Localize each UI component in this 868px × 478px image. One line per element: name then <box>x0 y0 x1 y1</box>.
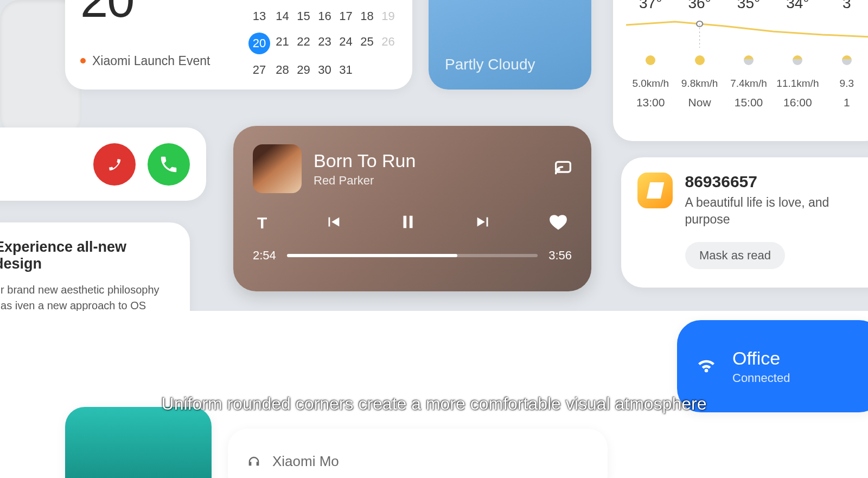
heart-icon <box>549 213 567 231</box>
calendar-month-grid[interactable]: 6789101112131415161718192021222324252627… <box>248 0 397 80</box>
forecast-temperature-line <box>626 15 868 48</box>
photo-widget[interactable] <box>65 407 212 478</box>
calendar-day[interactable]: 20 <box>248 33 270 54</box>
wifi-network-name: Office <box>732 348 790 369</box>
cast-icon <box>554 159 572 176</box>
notification-body: A beautiful life is love, and purpose <box>685 194 868 228</box>
forecast-wind: 11.1km/h <box>773 78 822 90</box>
weather-forecast-widget[interactable]: 37°36°35°34°3 5.0km/h9.8km/h7.4km/h11.1k… <box>613 0 868 141</box>
calendar-widget[interactable]: 20 Xiaomi Launch Event 67891011121314151… <box>65 0 412 90</box>
calendar-day[interactable]: 15 <box>295 7 312 26</box>
forecast-condition-icon <box>773 55 822 68</box>
svg-rect-3 <box>404 216 407 228</box>
calendar-day[interactable]: 7 <box>273 0 291 1</box>
calendar-day[interactable]: 24 <box>337 33 355 55</box>
calendar-day[interactable]: 26 <box>379 33 397 55</box>
cast-button[interactable] <box>554 159 572 179</box>
seek-bar[interactable] <box>287 254 538 257</box>
forecast-temp: 35° <box>724 0 773 12</box>
weather-condition-text: Partly Cloudy <box>445 56 535 73</box>
calendar-event[interactable]: Xiaomi Launch Event <box>80 54 248 68</box>
notification-card[interactable]: 86936657 A beautiful life is love, and p… <box>621 157 868 288</box>
forecast-temp: 36° <box>675 0 724 12</box>
forecast-wind: 5.0km/h <box>626 78 675 90</box>
calendar-day[interactable] <box>379 61 397 80</box>
calendar-day[interactable] <box>358 61 376 80</box>
forecast-time: 16:00 <box>773 96 822 109</box>
pause-icon <box>399 213 417 231</box>
wifi-icon <box>695 354 717 378</box>
forecast-wind: 7.4km/h <box>724 78 773 90</box>
calendar-day[interactable]: 17 <box>337 7 355 26</box>
accept-call-button[interactable] <box>148 143 190 186</box>
next-track-button[interactable] <box>474 213 493 233</box>
calendar-day-number: 20 <box>80 0 248 22</box>
song-title: Born To Run <box>314 150 416 171</box>
dialog-title: Experience all-new design <box>0 239 174 272</box>
skip-next-icon <box>474 213 493 231</box>
mark-as-read-button[interactable]: Mask as read <box>685 242 785 269</box>
audio-output-card[interactable]: Xiaomi Mo <box>228 429 608 478</box>
calendar-day[interactable]: 10 <box>337 0 355 1</box>
play-pause-button[interactable] <box>399 213 417 233</box>
calendar-day[interactable]: 25 <box>358 33 376 55</box>
lyrics-button[interactable]: T <box>257 214 267 232</box>
forecast-time: Now <box>675 96 724 109</box>
favorite-button[interactable] <box>549 213 567 233</box>
previous-track-button[interactable] <box>324 213 342 233</box>
notes-app-icon <box>637 173 673 208</box>
forecast-condition-icon <box>822 55 868 68</box>
forecast-wind: 9.8km/h <box>675 78 724 90</box>
forecast-temp: 37° <box>626 0 675 12</box>
wifi-status: Connected <box>732 371 790 385</box>
notification-title: 86936657 <box>685 173 868 191</box>
event-dot-icon <box>80 58 86 63</box>
decline-call-button[interactable] <box>93 143 136 186</box>
calendar-day[interactable]: 31 <box>337 61 355 80</box>
calendar-day[interactable]: 30 <box>316 61 334 80</box>
event-title: Xiaomi Launch Event <box>92 54 210 68</box>
calendar-day[interactable]: 14 <box>273 7 291 26</box>
calendar-day[interactable]: 18 <box>358 7 376 26</box>
incoming-call-widget <box>0 128 206 201</box>
forecast-time: 15:00 <box>724 96 773 109</box>
calendar-day[interactable]: 27 <box>248 61 270 80</box>
forecast-time: 13:00 <box>626 96 675 109</box>
time-elapsed: 2:54 <box>253 248 276 263</box>
calendar-day[interactable]: 12 <box>379 0 397 1</box>
forecast-temp: 3 <box>822 0 868 12</box>
calendar-day[interactable]: 16 <box>316 7 334 26</box>
forecast-wind: 9.3 <box>822 78 868 90</box>
calendar-day[interactable]: 19 <box>379 7 397 26</box>
skip-previous-icon <box>324 213 342 231</box>
music-player-widget[interactable]: Born To Run Red Parker T 2:54 3:56 <box>233 126 591 291</box>
calendar-day[interactable]: 13 <box>248 7 270 26</box>
calendar-day[interactable]: 9 <box>316 0 334 1</box>
calendar-day[interactable]: 11 <box>358 0 376 1</box>
headphones-icon <box>246 454 261 469</box>
time-total: 3:56 <box>548 248 572 263</box>
forecast-condition-icon <box>724 55 773 68</box>
forecast-time: 1 <box>822 96 868 109</box>
forecast-condition-icon <box>675 55 724 68</box>
calendar-day[interactable]: 28 <box>273 61 291 80</box>
calendar-day[interactable]: 21 <box>273 33 291 55</box>
phone-hangup-icon <box>104 154 125 175</box>
video-caption: Uniform rounded corners create a more co… <box>0 394 868 414</box>
audio-device-name: Xiaomi Mo <box>272 453 339 470</box>
calendar-day[interactable]: 23 <box>316 33 334 55</box>
weather-condition-widget[interactable]: Partly Cloudy <box>429 0 591 90</box>
forecast-temp: 34° <box>773 0 822 12</box>
svg-rect-4 <box>410 216 413 228</box>
calendar-day[interactable]: 6 <box>248 0 270 1</box>
calendar-day[interactable]: 29 <box>295 61 312 80</box>
album-art[interactable] <box>253 144 302 193</box>
forecast-condition-icon <box>626 55 675 68</box>
calendar-day[interactable]: 22 <box>295 33 312 55</box>
song-artist: Red Parker <box>314 174 416 188</box>
phone-icon <box>158 154 179 175</box>
calendar-day[interactable]: 8 <box>295 0 312 1</box>
